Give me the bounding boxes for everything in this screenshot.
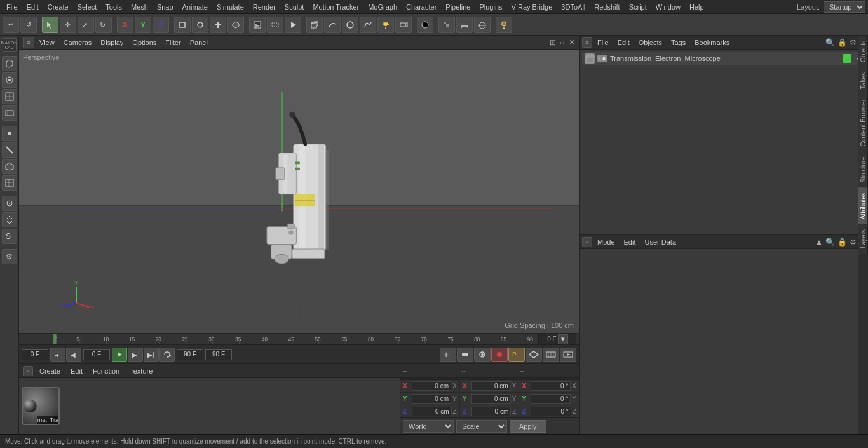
tab-objects[interactable]: Objects — [858, 36, 868, 67]
axis-x-button[interactable]: X — [117, 17, 133, 33]
material-thumbnail[interactable]: mat_Tra — [22, 387, 60, 425]
cube-button[interactable] — [306, 17, 323, 33]
vp-menu-display[interactable]: Display — [97, 37, 127, 48]
select-tool-button[interactable] — [42, 17, 58, 33]
vp-menu-panel[interactable]: Panel — [186, 37, 212, 48]
mat-menu-create[interactable]: Create — [36, 366, 64, 376]
vp-menu-filter[interactable]: Filter — [161, 37, 184, 48]
mat-menu-icon[interactable]: ≡ — [23, 366, 33, 376]
scale-tool-button[interactable]: ⤢ — [78, 17, 94, 33]
attr-menu-edit[interactable]: Edit — [620, 237, 640, 247]
edges-mode-button[interactable] — [210, 17, 226, 33]
timeline-tick-area[interactable]: 0 5 10 15 20 25 — [53, 334, 538, 344]
key-button[interactable] — [457, 348, 473, 362]
obj-lock-icon[interactable]: 🔒 — [837, 38, 847, 47]
checkerboard-button[interactable] — [438, 17, 455, 33]
keyframe-button[interactable] — [526, 348, 542, 362]
menu-character[interactable]: Character — [402, 2, 440, 12]
coord-x-size-input[interactable] — [471, 381, 511, 391]
sky-button[interactable] — [474, 17, 491, 33]
menu-tools[interactable]: Tools — [102, 2, 126, 12]
attr-search-icon[interactable]: 🔍 — [825, 238, 835, 247]
vp-menu-cameras[interactable]: Cameras — [60, 37, 96, 48]
attr-menu-mode[interactable]: Mode — [593, 237, 619, 247]
render-region-button[interactable] — [267, 17, 283, 33]
viewport-maximize-icon[interactable]: ⊞ — [550, 38, 556, 47]
rotate-tool-button[interactable]: ↻ — [95, 17, 112, 33]
points-mode-button[interactable] — [192, 17, 208, 33]
sidebar-model-button[interactable] — [2, 56, 17, 71]
viewport-close-icon[interactable]: ✕ — [569, 38, 575, 47]
menu-edit[interactable]: Edit — [23, 2, 43, 12]
undo-button[interactable]: ↩ — [3, 17, 19, 33]
obj-menu-tags[interactable]: Tags — [667, 37, 689, 48]
spline-button[interactable] — [324, 17, 341, 33]
menu-window[interactable]: Window — [652, 2, 684, 12]
render-preview-button[interactable]: ▶ — [249, 17, 266, 33]
viewport-menu-icon[interactable]: ≡ — [23, 37, 34, 48]
deformer-button[interactable] — [360, 17, 376, 33]
auto-key-button[interactable] — [474, 348, 491, 362]
attr-menu-userdata[interactable]: User Data — [641, 237, 681, 247]
viewport-move-icon[interactable]: ↔ — [559, 38, 566, 47]
menu-script[interactable]: Script — [625, 2, 651, 12]
record-pos-button[interactable]: P — [508, 348, 525, 362]
menu-redshift[interactable]: Redshift — [590, 2, 623, 12]
coord-x-rot-input[interactable] — [531, 381, 571, 391]
axis-y-button[interactable]: Y — [135, 17, 151, 33]
redo-button[interactable]: ↺ — [20, 17, 37, 33]
obj-menu-edit[interactable]: Edit — [614, 37, 634, 48]
step-back-button[interactable]: ◀ — [66, 348, 81, 362]
speed-down-button[interactable]: ◂ — [50, 348, 65, 362]
viewport-3d[interactable]: Y ↑ Perspective — [19, 50, 579, 333]
menu-vray[interactable]: V-Ray Bridge — [508, 2, 557, 12]
obj-menu-file[interactable]: File — [593, 37, 613, 48]
obj-search-icon[interactable]: 🔍 — [825, 38, 835, 47]
sidebar-point-mode[interactable] — [2, 126, 17, 141]
object-item[interactable]: L0 Transmission_Electron_Microscope ● — [582, 52, 865, 65]
sidebar-snap1[interactable] — [2, 196, 17, 211]
start-frame-input[interactable] — [22, 349, 48, 360]
texture-button[interactable] — [417, 17, 433, 33]
render-timeline-button[interactable] — [560, 348, 576, 362]
sidebar-snap3[interactable]: S — [2, 229, 17, 244]
coord-y-rot-input[interactable] — [531, 394, 571, 404]
sidebar-poly-mode[interactable] — [2, 159, 17, 174]
timeline-frame-arrow[interactable]: ▾ — [558, 334, 568, 344]
tab-content-browser[interactable]: Content Browser — [858, 94, 868, 151]
menu-plugins[interactable]: Plugins — [475, 2, 506, 12]
mat-menu-function[interactable]: Function — [89, 366, 123, 376]
coord-x-pos-input[interactable] — [412, 381, 451, 391]
coord-y-size-input[interactable] — [471, 394, 511, 404]
mat-menu-texture[interactable]: Texture — [126, 366, 156, 376]
obj-menu-bookmarks[interactable]: Bookmarks — [691, 37, 733, 48]
coord-z-size-input[interactable] — [471, 407, 512, 416]
camera-button[interactable] — [395, 17, 412, 33]
obj-color-swatch[interactable] — [843, 54, 851, 63]
menu-help[interactable]: Help — [686, 2, 708, 12]
vp-menu-view[interactable]: View — [36, 37, 58, 48]
world-select[interactable]: World — [403, 420, 454, 433]
menu-motion-tracker[interactable]: Motion Tracker — [309, 2, 363, 12]
current-frame-input[interactable] — [83, 349, 110, 360]
menu-file[interactable]: File — [3, 2, 22, 12]
menu-sculpt[interactable]: Sculpt — [281, 2, 308, 12]
menu-pipeline[interactable]: Pipeline — [442, 2, 474, 12]
tab-attributes[interactable]: Attributes — [858, 187, 868, 224]
menu-animate[interactable]: Animate — [179, 2, 212, 12]
vp-menu-options[interactable]: Options — [128, 37, 160, 48]
tab-takes[interactable]: Takes — [858, 67, 868, 94]
menu-3dtoall[interactable]: 3DToAll — [557, 2, 589, 12]
coord-z-rot-input[interactable] — [531, 407, 571, 416]
step-forward-button[interactable]: ▶ — [128, 348, 143, 362]
play-forward-button[interactable] — [112, 348, 127, 362]
sidebar-uvw-button[interactable] — [2, 89, 17, 104]
timeline-view-button[interactable] — [543, 348, 559, 362]
attr-lock-icon[interactable]: 🔒 — [837, 238, 847, 247]
menu-simulate[interactable]: Simulate — [213, 2, 248, 12]
objects-menu-icon[interactable]: ≡ — [582, 37, 592, 48]
menu-render[interactable]: Render — [249, 2, 280, 12]
obj-menu-objects[interactable]: Objects — [635, 37, 666, 48]
bulb-button[interactable] — [496, 17, 512, 33]
layout-select[interactable]: Startup — [824, 1, 865, 13]
